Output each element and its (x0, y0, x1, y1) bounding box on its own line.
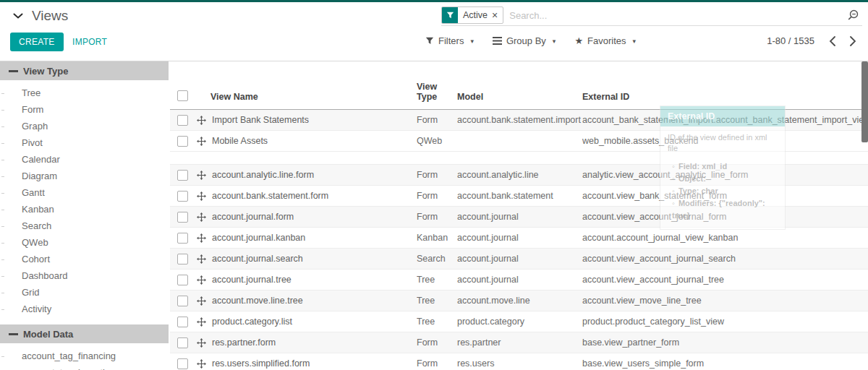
group-by-menu[interactable]: Group By ▾ (493, 35, 556, 46)
sidebar-section-view-type[interactable]: View Type (0, 61, 169, 80)
section-dash-icon (9, 333, 18, 335)
table-row[interactable]: product.category.list Tree product.categ… (170, 311, 868, 332)
table-row[interactable]: account.bank.statement.form Form account… (170, 186, 868, 207)
sidebar-item[interactable]: Tree (0, 85, 169, 101)
drag-handle-icon[interactable] (197, 296, 206, 306)
column-view-type[interactable]: View Type (417, 61, 457, 110)
filter-funnel-icon (442, 7, 458, 23)
sidebar-item[interactable]: account_tag_investing (0, 364, 169, 370)
table-row[interactable]: Mobile Assets QWeb web_mobile.assets_bac… (170, 131, 868, 152)
favorites-menu[interactable]: ★ Favorites ▾ (574, 35, 636, 46)
view-name: res.partner.form (212, 337, 276, 348)
sidebar-item[interactable]: Form (0, 101, 169, 118)
view-type-cell: Form (417, 186, 457, 207)
column-external-id[interactable]: External ID (582, 61, 868, 110)
search-input[interactable] (503, 10, 846, 21)
model-cell (457, 131, 582, 152)
model-cell: account.journal (457, 207, 582, 228)
view-type-cell: Form (417, 353, 457, 370)
pager-range: 1-80 / 1535 (767, 35, 814, 46)
drag-handle-icon[interactable] (197, 171, 206, 180)
table-row[interactable] (170, 152, 868, 165)
caret-down-icon: ▾ (470, 38, 474, 45)
table-row[interactable]: account.journal.search Search account.jo… (170, 249, 868, 270)
table-row[interactable]: res.partner.form Form res.partner base.v… (170, 332, 868, 353)
table-row[interactable]: Import Bank Statements Form account.bank… (170, 110, 868, 131)
sidebar-item[interactable]: Pivot (0, 134, 169, 151)
content-area: View Type TreeFormGraphPivotCalendarDiag… (0, 61, 868, 370)
table-row[interactable]: account.move.line.tree Tree account.move… (170, 291, 868, 311)
external-id-cell: analytic.view_account_analytic_line_form (582, 165, 868, 186)
row-checkbox[interactable] (177, 233, 188, 244)
pager-previous-button[interactable] (829, 36, 835, 46)
sidebar-item[interactable]: Calendar (0, 151, 169, 168)
sidebar-section-model-data[interactable]: Model Data (0, 324, 169, 343)
column-model[interactable]: Model (457, 61, 582, 110)
drag-handle-icon[interactable] (197, 233, 206, 243)
odoo-views-screen: Views Active × CREATE IMPORT Filters (0, 0, 868, 370)
vertical-scrollbar-thumb[interactable] (861, 61, 868, 142)
column-view-name[interactable]: View Name (196, 61, 417, 110)
table-row[interactable]: account.journal.form Form account.journa… (170, 207, 868, 228)
row-checkbox[interactable] (177, 191, 188, 202)
external-id-cell: account.view_account_journal_tree (582, 270, 868, 291)
views-table: View Name View Type Model External ID (170, 61, 868, 370)
sidebar-item[interactable]: QWeb (0, 234, 169, 251)
external-id-cell: base.view_users_simple_form (582, 353, 868, 370)
sidebar-item[interactable]: Kanban (0, 201, 169, 218)
sidebar-item[interactable]: Cohort (0, 251, 169, 267)
table-row[interactable]: account.journal.kanban Kanban account.jo… (170, 228, 868, 249)
facet-remove-icon[interactable]: × (492, 10, 498, 20)
section-dash-icon (9, 70, 18, 72)
drag-handle-icon[interactable] (197, 338, 206, 348)
search-facet-active[interactable]: Active × (441, 7, 503, 24)
sidebar-item[interactable]: Gantt (0, 184, 169, 201)
external-id-cell: account.view_bank_statement_form (582, 186, 868, 207)
row-checkbox[interactable] (177, 170, 188, 181)
drag-handle-icon[interactable] (197, 317, 206, 327)
sidebar-item[interactable]: Dashboard (0, 267, 169, 284)
row-checkbox[interactable] (177, 136, 188, 147)
row-checkbox[interactable] (177, 358, 188, 369)
view-type-cell: Tree (417, 311, 457, 332)
sidebar-item[interactable]: Grid (0, 284, 169, 301)
sidebar-item[interactable]: account_tag_financing (0, 348, 169, 364)
row-checkbox[interactable] (177, 254, 188, 264)
select-all-checkbox[interactable] (177, 90, 188, 101)
drag-handle-icon[interactable] (197, 275, 206, 285)
search-icon[interactable] (846, 9, 859, 22)
table-row[interactable]: res.users.simplified.form Form res.users… (170, 353, 868, 370)
search-bar: Active × (441, 5, 862, 26)
sidebar-item[interactable]: Diagram (0, 168, 169, 184)
search-panel-sidebar: View Type TreeFormGraphPivotCalendarDiag… (0, 61, 169, 370)
sidebar-item[interactable]: Activity (0, 301, 169, 317)
filters-menu[interactable]: Filters ▾ (425, 35, 474, 46)
row-checkbox[interactable] (177, 337, 188, 348)
drag-handle-icon[interactable] (197, 137, 206, 146)
import-button[interactable]: IMPORT (68, 33, 111, 51)
drag-handle-icon[interactable] (197, 359, 206, 369)
drag-handle-icon[interactable] (197, 116, 206, 125)
model-cell: product.category (457, 311, 582, 332)
row-checkbox[interactable] (177, 296, 188, 306)
table-row[interactable]: account.analytic.line.form Form account.… (170, 165, 868, 186)
row-checkbox[interactable] (177, 212, 188, 223)
view-type-cell: Tree (417, 291, 457, 311)
sidebar-item[interactable]: Graph (0, 118, 169, 134)
view-type-cell: Form (417, 332, 457, 353)
top-strip (0, 0, 868, 2)
row-checkbox[interactable] (177, 317, 188, 327)
model-cell: account.journal (457, 249, 582, 270)
table-row[interactable]: account.journal.tree Tree account.journa… (170, 270, 868, 291)
row-checkbox[interactable] (177, 115, 188, 126)
sidebar-item[interactable]: Search (0, 218, 169, 234)
pager-next-button[interactable] (850, 36, 856, 46)
model-cell: res.users (457, 353, 582, 370)
drag-handle-icon[interactable] (197, 212, 206, 222)
drag-handle-icon[interactable] (197, 192, 206, 201)
drag-handle-icon[interactable] (197, 254, 206, 264)
chevron-down-icon[interactable] (13, 13, 23, 20)
row-checkbox[interactable] (177, 275, 188, 285)
model-cell: res.partner (457, 332, 582, 353)
create-button[interactable]: CREATE (10, 33, 64, 51)
